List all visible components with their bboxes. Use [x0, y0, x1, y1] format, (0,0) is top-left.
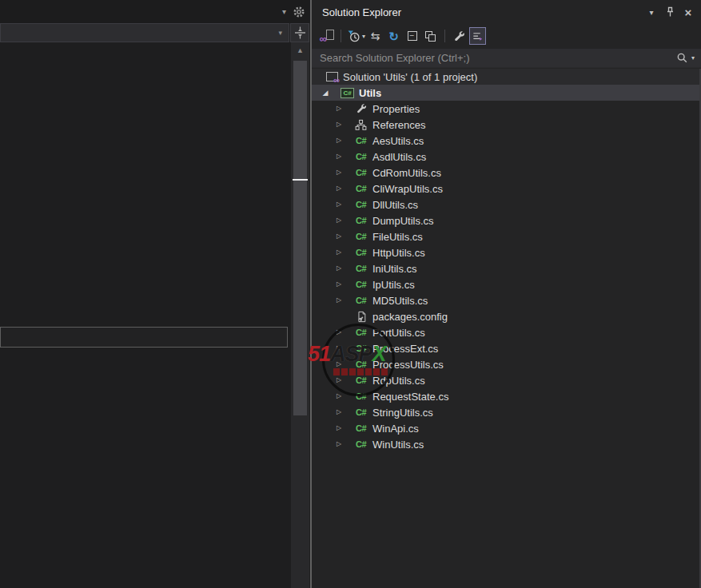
tree-item[interactable]: ▷ C# FileUtils.cs: [312, 228, 701, 244]
tree-item[interactable]: ▷ C# IpUtils.cs: [312, 276, 701, 292]
tree-item[interactable]: ▷ C# PortUtils.cs: [312, 324, 701, 340]
expander-icon[interactable]: ▷: [333, 149, 345, 165]
csharp-project-icon: C#: [341, 88, 354, 98]
search-icon: [676, 52, 688, 64]
tree-item-label: CdRomUtils.cs: [372, 167, 441, 179]
tree-item[interactable]: ▷ C# WinApi.cs: [312, 420, 701, 436]
tree-item[interactable]: ▷ C# StringUtils.cs: [312, 404, 701, 420]
nav-dropdown-caret-icon[interactable]: ▾: [278, 29, 282, 37]
search-options-caret-icon[interactable]: ▾: [691, 54, 695, 62]
expander-icon[interactable]: ▷: [333, 356, 345, 372]
panel-title-bar[interactable]: Solution Explorer ▾ ×: [312, 0, 701, 24]
expander-icon[interactable]: ▷: [333, 372, 345, 388]
tree-item[interactable]: ▷ C# ProcessUtils.cs: [312, 356, 701, 372]
tree-item-label: StringUtils.cs: [372, 407, 433, 419]
search-button[interactable]: ▾: [676, 52, 701, 64]
scroll-up-icon[interactable]: ▲: [291, 46, 309, 54]
csharp-file-icon: C#: [356, 248, 366, 257]
expander-icon[interactable]: ▷: [333, 197, 345, 213]
csharp-file-icon: C#: [356, 200, 366, 209]
filter-dropdown-caret-icon[interactable]: ▾: [362, 33, 365, 40]
chevron-down-icon[interactable]: ▾: [282, 8, 286, 16]
expander-icon[interactable]: ▷: [333, 340, 345, 356]
tree-item[interactable]: ▷ C# MD5Utils.cs: [312, 292, 701, 308]
tree-item-label: References: [372, 119, 425, 131]
tree-item[interactable]: ▷ C# WinUtils.cs: [312, 436, 701, 452]
item-icon-slot: C#: [354, 326, 368, 339]
item-icon-slot: C#: [354, 198, 368, 211]
item-icon-slot: C#: [354, 150, 368, 163]
expander-icon[interactable]: ▷: [333, 165, 345, 181]
csharp-file-icon: C#: [356, 168, 366, 177]
tree-item[interactable]: ▷ C# DllUtils.cs: [312, 197, 701, 213]
tree-item-label: ProcessExt.cs: [372, 343, 438, 355]
tree-item-label: Solution 'Utils' (1 of 1 project): [343, 71, 477, 83]
tree-item[interactable]: ▷ References: [312, 117, 701, 133]
expander-icon[interactable]: ▷: [333, 420, 345, 436]
item-icon-slot: C#: [354, 294, 368, 307]
expander-icon[interactable]: ▷: [333, 117, 345, 133]
tree-item[interactable]: ▷ C# IniUtils.cs: [312, 260, 701, 276]
solution-explorer-toolbar: ∞ ▾ ⇆ ↻ −: [312, 25, 486, 47]
clock-filter-icon: [347, 30, 360, 43]
tree-item-label: packages.config: [372, 311, 448, 323]
collapse-all-button[interactable]: −: [404, 27, 420, 45]
tree-item[interactable]: ▷ C# CliWrapUtils.cs: [312, 181, 701, 197]
tree-item-label: DllUtils.cs: [372, 199, 418, 211]
tree-item[interactable]: ▷ C# AsdlUtils.cs: [312, 149, 701, 165]
expander-icon[interactable]: ◢: [320, 85, 331, 101]
tree-item[interactable]: ▷ C# RdpUtils.cs: [312, 372, 701, 388]
tree-item[interactable]: ▷ C# HttpUtils.cs: [312, 244, 701, 260]
preview-selected-items-button[interactable]: [469, 27, 486, 45]
split-editor-button[interactable]: [290, 23, 309, 42]
scrollbar-thumb[interactable]: [293, 61, 307, 415]
project-children: ▷ Properties ▷ References ▷ C# AesUtils.…: [312, 101, 701, 452]
editor-vertical-scrollbar[interactable]: ▲: [291, 42, 309, 588]
pending-changes-filter-button[interactable]: ▾: [347, 27, 365, 45]
expander-icon[interactable]: ▷: [333, 228, 345, 244]
tree-item[interactable]: ▷ C# DumpUtils.cs: [312, 213, 701, 228]
tree-item[interactable]: ▷ C# RequestState.cs: [312, 388, 701, 404]
tree-item-label: WinApi.cs: [372, 423, 419, 435]
expander-icon[interactable]: ▷: [333, 133, 345, 149]
sync-with-active-document-button[interactable]: ⇆: [367, 27, 384, 45]
expander-icon[interactable]: ▷: [333, 244, 345, 260]
pin-icon[interactable]: [664, 6, 675, 18]
search-box[interactable]: Search Solution Explorer (Ctrl+;) ▾: [312, 49, 701, 68]
toolbar-separator: [341, 30, 341, 42]
tree-item[interactable]: ▷ Properties: [312, 101, 701, 117]
switch-views-button[interactable]: ∞: [318, 27, 335, 45]
tree-item[interactable]: ▷ C# AesUtils.cs: [312, 133, 701, 149]
project-node-selected[interactable]: ◢ C# Utils: [312, 85, 701, 101]
expander-icon[interactable]: ▷: [333, 213, 345, 228]
expander-icon[interactable]: ▷: [333, 404, 345, 420]
item-icon-slot: C#: [354, 374, 368, 387]
refresh-button[interactable]: ↻: [385, 27, 402, 45]
solution-node[interactable]: ∞ Solution 'Utils' (1 of 1 project): [312, 69, 701, 85]
tree-item-label: IpUtils.cs: [372, 279, 415, 291]
item-icon-slot: C#: [354, 230, 368, 243]
tree-item[interactable]: ▷ C# ProcessExt.cs: [312, 340, 701, 356]
window-position-chevron-icon[interactable]: ▾: [646, 6, 657, 18]
show-all-files-button[interactable]: [422, 27, 439, 45]
tree-item[interactable]: packages.config: [312, 308, 701, 324]
close-icon[interactable]: ×: [683, 6, 694, 18]
tree-item-label: MD5Utils.cs: [372, 295, 428, 307]
gear-icon[interactable]: [293, 6, 305, 18]
expander-icon[interactable]: ▷: [333, 388, 345, 404]
solution-icon: ∞: [326, 72, 338, 81]
expander-icon[interactable]: ▷: [333, 436, 345, 452]
item-icon-slot: ∞: [325, 70, 339, 83]
expander-icon[interactable]: ▷: [333, 101, 345, 117]
navigation-dropdown[interactable]: ▾: [0, 23, 289, 42]
expander-icon[interactable]: ▷: [333, 292, 345, 308]
expander-icon[interactable]: ▷: [333, 324, 345, 340]
expander-icon[interactable]: ▷: [333, 260, 345, 276]
expander-icon[interactable]: ▷: [333, 181, 345, 197]
expander-icon[interactable]: ▷: [333, 276, 345, 292]
tree-item-label: RdpUtils.cs: [372, 375, 425, 387]
editor-empty-field[interactable]: [0, 327, 288, 348]
tree-item-label: WinUtils.cs: [372, 439, 424, 451]
properties-button[interactable]: [451, 27, 468, 45]
tree-item[interactable]: ▷ C# CdRomUtils.cs: [312, 165, 701, 181]
